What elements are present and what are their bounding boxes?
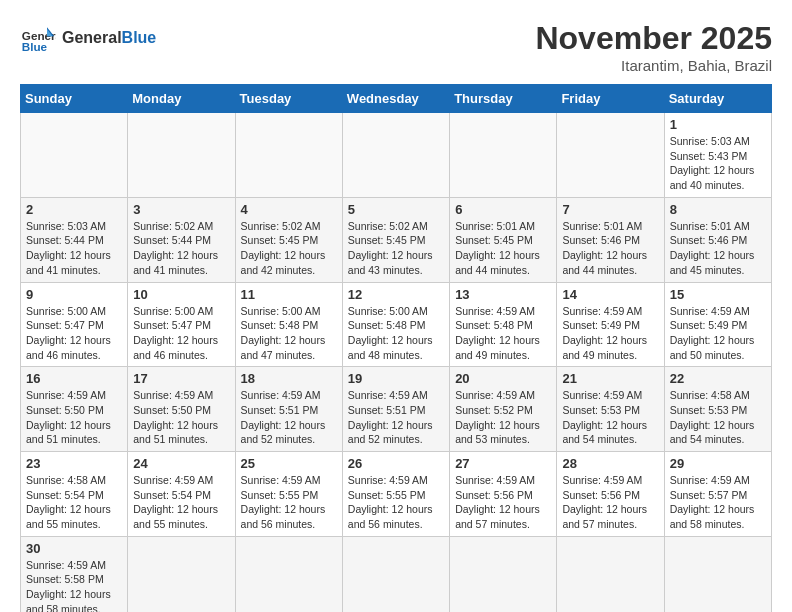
calendar-cell: [450, 113, 557, 198]
day-info: Sunrise: 4:59 AM Sunset: 5:54 PM Dayligh…: [133, 473, 229, 532]
calendar-cell: 27Sunrise: 4:59 AM Sunset: 5:56 PM Dayli…: [450, 452, 557, 537]
day-number: 17: [133, 371, 229, 386]
day-number: 1: [670, 117, 766, 132]
logo-icon: General Blue: [20, 20, 56, 56]
calendar-cell: [235, 536, 342, 612]
day-info: Sunrise: 4:59 AM Sunset: 5:51 PM Dayligh…: [241, 388, 337, 447]
calendar-header-row: SundayMondayTuesdayWednesdayThursdayFrid…: [21, 85, 772, 113]
calendar-cell: 18Sunrise: 4:59 AM Sunset: 5:51 PM Dayli…: [235, 367, 342, 452]
day-header-tuesday: Tuesday: [235, 85, 342, 113]
day-number: 16: [26, 371, 122, 386]
day-info: Sunrise: 4:59 AM Sunset: 5:55 PM Dayligh…: [348, 473, 444, 532]
day-info: Sunrise: 5:00 AM Sunset: 5:48 PM Dayligh…: [241, 304, 337, 363]
page-header: General Blue GeneralBlue November 2025 I…: [20, 20, 772, 74]
calendar-cell: [21, 113, 128, 198]
calendar-week-2: 2Sunrise: 5:03 AM Sunset: 5:44 PM Daylig…: [21, 197, 772, 282]
day-number: 8: [670, 202, 766, 217]
calendar-cell: 28Sunrise: 4:59 AM Sunset: 5:56 PM Dayli…: [557, 452, 664, 537]
day-info: Sunrise: 4:59 AM Sunset: 5:56 PM Dayligh…: [455, 473, 551, 532]
day-info: Sunrise: 5:03 AM Sunset: 5:43 PM Dayligh…: [670, 134, 766, 193]
calendar-cell: 19Sunrise: 4:59 AM Sunset: 5:51 PM Dayli…: [342, 367, 449, 452]
day-number: 26: [348, 456, 444, 471]
day-number: 2: [26, 202, 122, 217]
day-info: Sunrise: 4:58 AM Sunset: 5:54 PM Dayligh…: [26, 473, 122, 532]
calendar-cell: 13Sunrise: 4:59 AM Sunset: 5:48 PM Dayli…: [450, 282, 557, 367]
day-info: Sunrise: 4:59 AM Sunset: 5:57 PM Dayligh…: [670, 473, 766, 532]
location: Itarantim, Bahia, Brazil: [535, 57, 772, 74]
day-info: Sunrise: 4:59 AM Sunset: 5:50 PM Dayligh…: [133, 388, 229, 447]
day-number: 27: [455, 456, 551, 471]
day-number: 5: [348, 202, 444, 217]
day-number: 23: [26, 456, 122, 471]
month-title: November 2025: [535, 20, 772, 57]
day-number: 7: [562, 202, 658, 217]
day-info: Sunrise: 5:00 AM Sunset: 5:47 PM Dayligh…: [133, 304, 229, 363]
calendar-week-4: 16Sunrise: 4:59 AM Sunset: 5:50 PM Dayli…: [21, 367, 772, 452]
day-number: 11: [241, 287, 337, 302]
calendar-cell: 3Sunrise: 5:02 AM Sunset: 5:44 PM Daylig…: [128, 197, 235, 282]
calendar-week-6: 30Sunrise: 4:59 AM Sunset: 5:58 PM Dayli…: [21, 536, 772, 612]
calendar-cell: [128, 113, 235, 198]
calendar-cell: 30Sunrise: 4:59 AM Sunset: 5:58 PM Dayli…: [21, 536, 128, 612]
calendar-cell: 14Sunrise: 4:59 AM Sunset: 5:49 PM Dayli…: [557, 282, 664, 367]
calendar-cell: [664, 536, 771, 612]
day-info: Sunrise: 4:58 AM Sunset: 5:53 PM Dayligh…: [670, 388, 766, 447]
day-header-saturday: Saturday: [664, 85, 771, 113]
calendar-cell: 9Sunrise: 5:00 AM Sunset: 5:47 PM Daylig…: [21, 282, 128, 367]
calendar-cell: 4Sunrise: 5:02 AM Sunset: 5:45 PM Daylig…: [235, 197, 342, 282]
day-number: 29: [670, 456, 766, 471]
day-info: Sunrise: 5:00 AM Sunset: 5:47 PM Dayligh…: [26, 304, 122, 363]
calendar-cell: 8Sunrise: 5:01 AM Sunset: 5:46 PM Daylig…: [664, 197, 771, 282]
calendar-week-1: 1Sunrise: 5:03 AM Sunset: 5:43 PM Daylig…: [21, 113, 772, 198]
day-header-thursday: Thursday: [450, 85, 557, 113]
day-number: 19: [348, 371, 444, 386]
calendar-cell: [342, 113, 449, 198]
calendar-cell: 16Sunrise: 4:59 AM Sunset: 5:50 PM Dayli…: [21, 367, 128, 452]
day-info: Sunrise: 4:59 AM Sunset: 5:58 PM Dayligh…: [26, 558, 122, 612]
day-info: Sunrise: 4:59 AM Sunset: 5:49 PM Dayligh…: [670, 304, 766, 363]
day-number: 9: [26, 287, 122, 302]
calendar-cell: 25Sunrise: 4:59 AM Sunset: 5:55 PM Dayli…: [235, 452, 342, 537]
calendar-cell: 29Sunrise: 4:59 AM Sunset: 5:57 PM Dayli…: [664, 452, 771, 537]
day-info: Sunrise: 5:00 AM Sunset: 5:48 PM Dayligh…: [348, 304, 444, 363]
calendar-cell: 26Sunrise: 4:59 AM Sunset: 5:55 PM Dayli…: [342, 452, 449, 537]
day-header-monday: Monday: [128, 85, 235, 113]
calendar-week-3: 9Sunrise: 5:00 AM Sunset: 5:47 PM Daylig…: [21, 282, 772, 367]
day-info: Sunrise: 4:59 AM Sunset: 5:51 PM Dayligh…: [348, 388, 444, 447]
calendar-cell: 12Sunrise: 5:00 AM Sunset: 5:48 PM Dayli…: [342, 282, 449, 367]
calendar-cell: 2Sunrise: 5:03 AM Sunset: 5:44 PM Daylig…: [21, 197, 128, 282]
day-number: 21: [562, 371, 658, 386]
calendar-cell: 22Sunrise: 4:58 AM Sunset: 5:53 PM Dayli…: [664, 367, 771, 452]
day-number: 13: [455, 287, 551, 302]
calendar-cell: [557, 536, 664, 612]
day-info: Sunrise: 5:03 AM Sunset: 5:44 PM Dayligh…: [26, 219, 122, 278]
title-block: November 2025 Itarantim, Bahia, Brazil: [535, 20, 772, 74]
day-info: Sunrise: 4:59 AM Sunset: 5:50 PM Dayligh…: [26, 388, 122, 447]
calendar-week-5: 23Sunrise: 4:58 AM Sunset: 5:54 PM Dayli…: [21, 452, 772, 537]
day-info: Sunrise: 4:59 AM Sunset: 5:49 PM Dayligh…: [562, 304, 658, 363]
calendar-cell: [342, 536, 449, 612]
day-number: 30: [26, 541, 122, 556]
day-info: Sunrise: 5:02 AM Sunset: 5:45 PM Dayligh…: [348, 219, 444, 278]
day-info: Sunrise: 4:59 AM Sunset: 5:52 PM Dayligh…: [455, 388, 551, 447]
day-info: Sunrise: 5:01 AM Sunset: 5:46 PM Dayligh…: [670, 219, 766, 278]
calendar-table: SundayMondayTuesdayWednesdayThursdayFrid…: [20, 84, 772, 612]
day-number: 18: [241, 371, 337, 386]
calendar-cell: [235, 113, 342, 198]
logo-text: GeneralBlue: [62, 29, 156, 47]
calendar-cell: 6Sunrise: 5:01 AM Sunset: 5:45 PM Daylig…: [450, 197, 557, 282]
day-number: 3: [133, 202, 229, 217]
day-number: 28: [562, 456, 658, 471]
calendar-cell: 23Sunrise: 4:58 AM Sunset: 5:54 PM Dayli…: [21, 452, 128, 537]
day-number: 6: [455, 202, 551, 217]
calendar-cell: [557, 113, 664, 198]
day-info: Sunrise: 4:59 AM Sunset: 5:48 PM Dayligh…: [455, 304, 551, 363]
svg-text:Blue: Blue: [22, 40, 48, 53]
calendar-body: 1Sunrise: 5:03 AM Sunset: 5:43 PM Daylig…: [21, 113, 772, 613]
logo: General Blue GeneralBlue: [20, 20, 156, 56]
day-number: 14: [562, 287, 658, 302]
day-number: 24: [133, 456, 229, 471]
day-info: Sunrise: 5:01 AM Sunset: 5:46 PM Dayligh…: [562, 219, 658, 278]
day-header-wednesday: Wednesday: [342, 85, 449, 113]
calendar-cell: [450, 536, 557, 612]
